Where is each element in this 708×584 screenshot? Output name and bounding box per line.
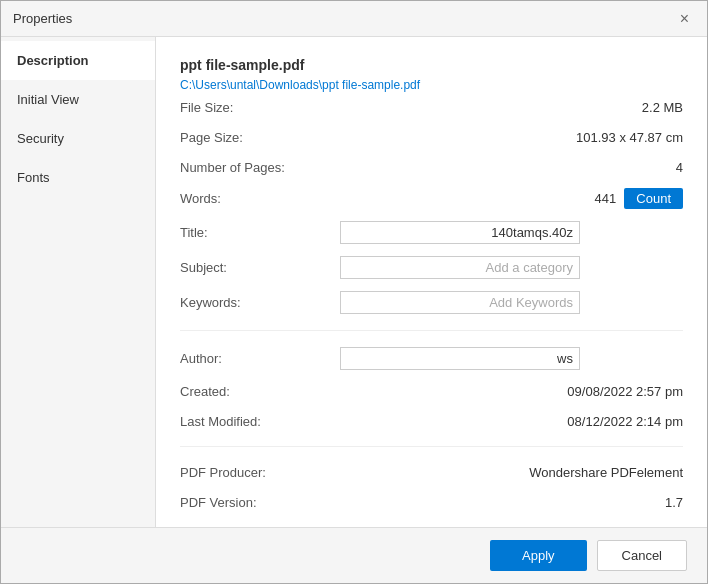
file-name: ppt file-sample.pdf <box>180 57 683 73</box>
last-modified-value: 08/12/2022 2:14 pm <box>340 414 683 429</box>
created-row: Created: 09/08/2022 2:57 pm <box>180 376 683 406</box>
author-label: Author: <box>180 351 340 366</box>
words-row: Words: 441 Count <box>180 182 683 215</box>
file-path[interactable]: C:\Users\untal\Downloads\ppt file-sample… <box>180 78 420 92</box>
sidebar: Description Initial View Security Fonts <box>1 37 156 527</box>
apply-button[interactable]: Apply <box>490 540 587 571</box>
created-label: Created: <box>180 384 340 399</box>
divider-2 <box>180 446 683 447</box>
page-size-value: 101.93 x 47.87 cm <box>340 130 683 145</box>
title-bar: Properties × <box>1 1 707 37</box>
pdf-version-value: 1.7 <box>340 495 683 510</box>
created-value: 09/08/2022 2:57 pm <box>340 384 683 399</box>
divider-1 <box>180 330 683 331</box>
pdf-producer-row: PDF Producer: Wondershare PDFelement <box>180 457 683 487</box>
page-size-label: Page Size: <box>180 130 340 145</box>
words-value: 441 <box>595 191 617 206</box>
author-row: Author: <box>180 341 683 376</box>
sidebar-item-fonts[interactable]: Fonts <box>1 158 155 197</box>
pdf-version-row: PDF Version: 1.7 <box>180 487 683 517</box>
description-panel: ppt file-sample.pdf C:\Users\untal\Downl… <box>156 37 707 527</box>
title-input[interactable] <box>340 221 580 244</box>
title-label: Title: <box>180 225 340 240</box>
file-size-label: File Size: <box>180 100 340 115</box>
num-pages-row: Number of Pages: 4 <box>180 152 683 182</box>
num-pages-label: Number of Pages: <box>180 160 340 175</box>
file-size-row: File Size: 2.2 MB <box>180 92 683 122</box>
page-size-row: Page Size: 101.93 x 47.87 cm <box>180 122 683 152</box>
sidebar-item-security[interactable]: Security <box>1 119 155 158</box>
close-button[interactable]: × <box>674 9 695 29</box>
subject-row: Subject: <box>180 250 683 285</box>
subject-label: Subject: <box>180 260 340 275</box>
words-label: Words: <box>180 191 340 206</box>
last-modified-row: Last Modified: 08/12/2022 2:14 pm <box>180 406 683 436</box>
keywords-label: Keywords: <box>180 295 340 310</box>
window-title: Properties <box>13 11 72 26</box>
file-size-value: 2.2 MB <box>340 100 683 115</box>
subject-input[interactable] <box>340 256 580 279</box>
author-input[interactable] <box>340 347 580 370</box>
pdf-version-label: PDF Version: <box>180 495 340 510</box>
pdf-producer-value: Wondershare PDFelement <box>340 465 683 480</box>
keywords-row: Keywords: <box>180 285 683 320</box>
properties-window: Properties × Description Initial View Se… <box>0 0 708 584</box>
count-button[interactable]: Count <box>624 188 683 209</box>
cancel-button[interactable]: Cancel <box>597 540 687 571</box>
num-pages-value: 4 <box>340 160 683 175</box>
footer: Apply Cancel <box>1 527 707 583</box>
application-row: Application: Wondershare PDFelement <box>180 517 683 527</box>
content-area: Description Initial View Security Fonts … <box>1 37 707 527</box>
keywords-input[interactable] <box>340 291 580 314</box>
words-right: 441 Count <box>340 188 683 209</box>
sidebar-item-description[interactable]: Description <box>1 41 155 80</box>
pdf-producer-label: PDF Producer: <box>180 465 340 480</box>
title-row: Title: <box>180 215 683 250</box>
last-modified-label: Last Modified: <box>180 414 340 429</box>
sidebar-item-initial-view[interactable]: Initial View <box>1 80 155 119</box>
